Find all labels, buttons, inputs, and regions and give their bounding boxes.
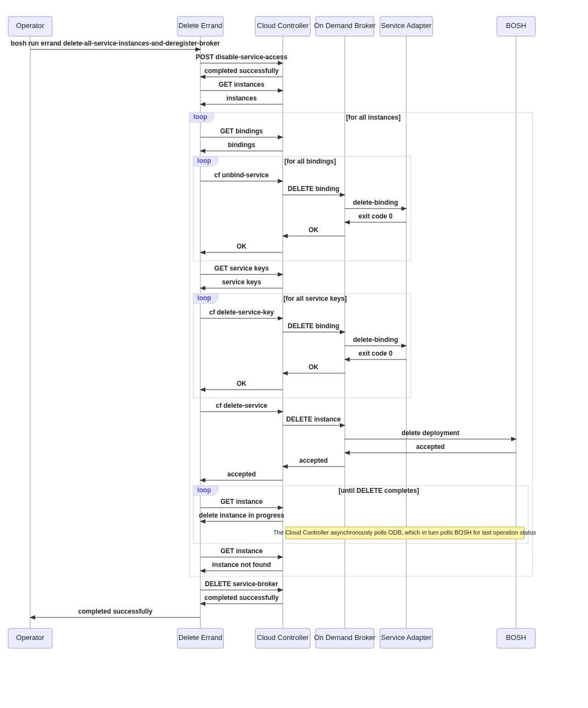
actor-operator-bottom: Operator	[8, 628, 52, 648]
msg-delete-service-broker: DELETE service-broker	[205, 580, 278, 588]
msg-cf-delete-service-key: cf delete-service-key	[209, 308, 274, 316]
svg-text:Service Adapter: Service Adapter	[381, 21, 432, 30]
actor-cloud-controller-bottom: Cloud Controller	[255, 628, 310, 648]
actor-cloud-controller-top: Cloud Controller	[255, 16, 310, 36]
msg-get-instances: GET instances	[219, 81, 265, 88]
loop-cond-until-delete: [until DELETE completes]	[339, 487, 419, 495]
svg-text:loop: loop	[193, 113, 207, 121]
svg-text:Delete Errand: Delete Errand	[178, 21, 222, 30]
msg-delete-instance: DELETE instance	[286, 415, 341, 423]
msg-cf-delete-service: cf delete-service	[216, 402, 267, 409]
msg-completed-2: completed successfully	[204, 594, 279, 602]
actor-on-demand-broker-bottom: On Demand Broker	[314, 628, 376, 648]
svg-text:Operator: Operator	[16, 21, 44, 30]
actor-service-adapter-top: Service Adapter	[380, 16, 433, 36]
msg-delete-deployment: delete deployment	[401, 429, 459, 437]
svg-text:loop: loop	[197, 294, 211, 302]
loop-cond-service-keys: [for all service keys]	[283, 295, 346, 302]
svg-text:On Demand Broker: On Demand Broker	[314, 633, 376, 642]
msg-ok-1: OK	[309, 226, 318, 234]
msg-cf-unbind: cf unbind-service	[214, 171, 269, 179]
sequence-diagram: Operator Delete Errand Cloud Controller …	[0, 0, 588, 708]
msg-get-instance-1: GET instance	[221, 498, 263, 505]
msg-completed-3: completed successfully	[78, 608, 153, 615]
msg-delete-binding-call-1: delete-binding	[353, 199, 398, 206]
actor-delete-errand-bottom: Delete Errand	[177, 628, 223, 648]
msg-accepted-3: accepted	[227, 470, 256, 478]
svg-text:BOSH: BOSH	[506, 21, 527, 30]
svg-text:Delete Errand: Delete Errand	[178, 633, 222, 642]
actor-bosh-top: BOSH	[497, 16, 535, 36]
svg-text:The Cloud Controller asynchron: The Cloud Controller asynchronously poll…	[273, 529, 536, 536]
svg-text:loop: loop	[197, 157, 211, 165]
svg-text:Operator: Operator	[16, 633, 44, 642]
msg-service-keys: service keys	[222, 278, 261, 286]
msg-post-disable: POST disable-service-access	[196, 53, 288, 61]
loop-all-instances	[189, 113, 533, 576]
msg-exit-code-0-1: exit code 0	[359, 212, 393, 220]
actor-service-adapter-bottom: Service Adapter	[380, 628, 433, 648]
msg-bindings: bindings	[228, 141, 255, 149]
msg-ok-2: OK	[237, 243, 247, 250]
msg-exit-code-0-2: exit code 0	[359, 350, 393, 357]
svg-text:Service Adapter: Service Adapter	[381, 633, 432, 642]
loop-cond-bindings: [for all bindings]	[284, 158, 336, 165]
svg-text:Cloud Controller: Cloud Controller	[257, 633, 309, 642]
msg-instances: instances	[226, 94, 257, 102]
msg-delete-binding-1: DELETE binding	[288, 185, 339, 193]
msg-accepted-1: accepted	[416, 443, 445, 451]
svg-text:BOSH: BOSH	[506, 633, 527, 642]
actor-bosh-bottom: BOSH	[497, 628, 535, 648]
msg-get-bindings: GET bindings	[220, 127, 263, 135]
msg-delete-binding-2: DELETE binding	[288, 322, 339, 330]
msg-completed-1: completed successfully	[204, 67, 279, 75]
actor-delete-errand-top: Delete Errand	[177, 16, 223, 36]
msg-run-errand: bosh run errand delete-all-service-insta…	[11, 40, 220, 47]
svg-text:On Demand Broker: On Demand Broker	[314, 21, 376, 30]
actor-on-demand-broker-top: On Demand Broker	[314, 16, 376, 36]
loop-cond-instances: [for all instances]	[346, 114, 400, 121]
actor-operator-top: Operator	[8, 16, 52, 36]
msg-delete-in-progress: delete instance in progress	[199, 512, 284, 519]
svg-text:Cloud Controller: Cloud Controller	[257, 21, 309, 30]
msg-accepted-2: accepted	[299, 457, 328, 464]
msg-delete-binding-call-2: delete-binding	[353, 336, 398, 344]
msg-ok-4: OK	[237, 380, 247, 387]
msg-get-instance-2: GET instance	[221, 547, 263, 555]
msg-instance-not-found: instance not found	[212, 561, 271, 569]
msg-ok-3: OK	[309, 363, 318, 371]
svg-text:loop: loop	[197, 486, 211, 494]
msg-get-service-keys: GET service keys	[214, 265, 269, 272]
